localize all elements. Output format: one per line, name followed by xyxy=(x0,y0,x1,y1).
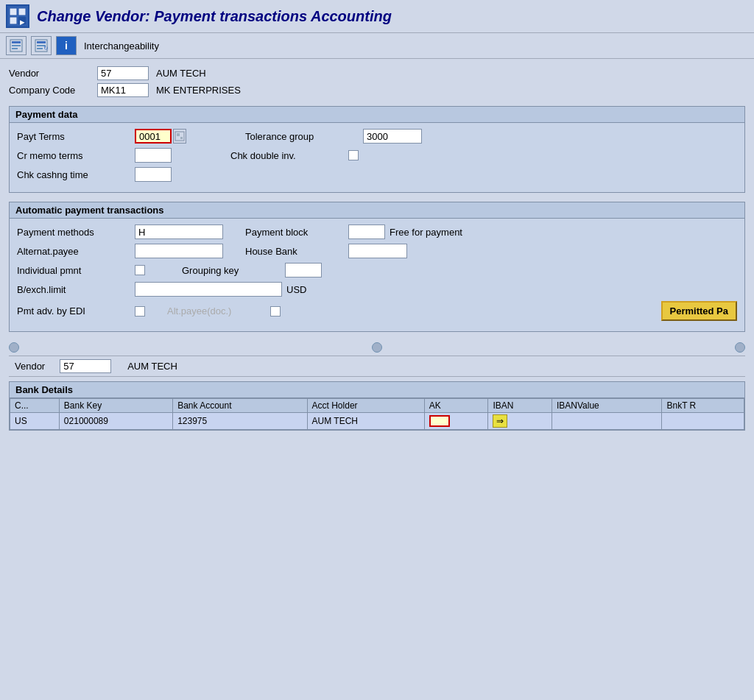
payment-data-body: Payt Terms Tolerance group Cr xyxy=(10,123,744,192)
payment-block-label: Payment block xyxy=(245,227,348,238)
company-name: MK ENTERPRISES xyxy=(156,85,241,96)
cell-iban: ⇒ xyxy=(488,413,552,430)
col-country: C... xyxy=(10,399,60,413)
vendor-name: AUM TECH xyxy=(156,68,206,79)
payt-terms-row: Payt Terms Tolerance group xyxy=(17,129,737,144)
house-bank-label: House Bank xyxy=(245,246,348,257)
payment-methods-row: Payment methods Payment block Free for p… xyxy=(17,225,737,239)
tolerance-group-label: Tolerance group xyxy=(245,131,363,142)
bank-details-table: C... Bank Key Bank Account Acct Holder A… xyxy=(10,398,744,430)
cell-bank-account: 123975 xyxy=(173,413,307,430)
company-label: Company Code xyxy=(9,85,97,96)
pmt-adv-checkbox[interactable] xyxy=(135,306,145,317)
svg-rect-1 xyxy=(10,8,17,15)
company-row: Company Code MK11 MK ENTERPRISES xyxy=(9,83,745,97)
house-bank-input[interactable] xyxy=(348,244,407,258)
svg-text:▶: ▶ xyxy=(20,19,25,26)
vendor-label: Vendor xyxy=(9,68,97,79)
main-content: Vendor 57 AUM TECH Company Code MK11 MK … xyxy=(0,59,754,438)
bottom-vendor-value: 57 xyxy=(60,359,111,373)
chk-cashng-input[interactable] xyxy=(135,167,172,182)
col-bank-account: Bank Account xyxy=(173,399,307,413)
title-bar: ▶ Change Vendor: Payment transactions Ac… xyxy=(0,0,754,33)
free-for-payment-text: Free for payment xyxy=(390,227,462,238)
svg-rect-9 xyxy=(12,48,18,49)
chk-cashng-label: Chk cashng time xyxy=(17,169,135,180)
col-bnkt: BnkT R xyxy=(662,399,744,413)
scroll-indicators xyxy=(9,341,745,356)
col-acct-holder: Acct Holder xyxy=(307,399,424,413)
col-iban: IBAN xyxy=(488,399,552,413)
svg-rect-13 xyxy=(37,48,43,49)
svg-rect-3 xyxy=(18,8,26,15)
auto-payment-body: Payment methods Payment block Free for p… xyxy=(10,219,744,331)
individual-pmnt-checkbox[interactable] xyxy=(135,265,145,275)
svg-rect-2 xyxy=(10,17,17,24)
alt-payee-doc-label: Alt.payee(doc.) xyxy=(167,305,270,317)
auto-payment-header: Automatic payment transactions xyxy=(10,202,744,219)
chk-double-checkbox[interactable] xyxy=(348,150,359,160)
toolbar-btn-1[interactable] xyxy=(6,36,27,55)
bank-details-section: Bank Details C... Bank Key Bank Account … xyxy=(9,381,745,431)
grouping-key-label: Grouping key xyxy=(182,265,285,276)
svg-rect-17 xyxy=(180,137,183,139)
toolbar-label: Interchangeability xyxy=(84,40,159,52)
company-value: MK11 xyxy=(97,83,149,97)
cell-country: US xyxy=(10,413,60,430)
payt-terms-lookup-btn[interactable] xyxy=(173,129,186,144)
svg-rect-11 xyxy=(37,41,46,43)
svg-rect-7 xyxy=(12,41,21,43)
chk-double-label: Chk double inv. xyxy=(230,150,348,161)
bank-table-header-row: C... Bank Key Bank Account Acct Holder A… xyxy=(10,399,744,413)
payment-methods-input[interactable] xyxy=(135,225,223,239)
payment-methods-label: Payment methods xyxy=(17,227,135,238)
cell-bnkt xyxy=(662,413,744,430)
cell-acct-holder: AUM TECH xyxy=(307,413,424,430)
svg-rect-8 xyxy=(12,45,21,46)
cr-memo-label: Cr memo terms xyxy=(17,150,135,161)
scroll-dot-left xyxy=(9,342,19,353)
alt-payee-doc-checkbox[interactable] xyxy=(270,306,281,317)
alternat-payee-label: Alternat.payee xyxy=(17,246,135,257)
bexch-limit-row: B/exch.limit USD xyxy=(17,282,737,297)
page-title: Change Vendor: Payment transactions Acco… xyxy=(37,8,392,25)
tolerance-group-input[interactable] xyxy=(363,129,422,144)
bank-details-header: Bank Details xyxy=(10,382,744,398)
scroll-dot-right xyxy=(735,342,745,353)
col-iban-value: IBANValue xyxy=(552,399,662,413)
toolbar: ↻ i Interchangeability xyxy=(0,33,754,59)
toolbar-btn-2[interactable]: ↻ xyxy=(31,36,52,55)
pmt-adv-row: Pmt adv. by EDI Alt.payee(doc.) Permitte… xyxy=(17,301,737,321)
alternat-payee-input[interactable] xyxy=(135,244,223,258)
alternat-payee-row: Alternat.payee House Bank xyxy=(17,244,737,258)
individual-pmnt-row: Individual pmnt Grouping key xyxy=(17,263,737,277)
bexch-limit-label: B/exch.limit xyxy=(17,284,135,295)
cell-iban-value xyxy=(552,413,662,430)
cr-memo-input[interactable] xyxy=(135,148,172,163)
col-ak: AK xyxy=(424,399,488,413)
cell-bank-key: 021000089 xyxy=(59,413,172,430)
payt-terms-input[interactable] xyxy=(135,129,172,144)
payt-terms-label: Payt Terms xyxy=(17,131,135,142)
table-row[interactable]: US 021000089 123975 AUM TECH ⇒ xyxy=(10,413,744,430)
svg-text:↻: ↻ xyxy=(43,45,49,52)
toolbar-btn-info[interactable]: i xyxy=(56,36,77,55)
bexch-limit-input[interactable] xyxy=(135,282,282,297)
cell-ak xyxy=(424,413,488,430)
chk-cashng-row: Chk cashng time xyxy=(17,167,737,182)
bottom-vendor-name: AUM TECH xyxy=(127,361,177,372)
bottom-vendor-label: Vendor xyxy=(15,361,45,372)
ak-input[interactable] xyxy=(429,415,450,427)
vendor-info-section: Vendor 57 AUM TECH Company Code MK11 MK … xyxy=(9,66,745,97)
payment-data-section: Payment data Payt Terms Tolerance group xyxy=(9,106,745,193)
payment-block-input[interactable] xyxy=(348,225,385,239)
grouping-key-input[interactable] xyxy=(285,263,322,277)
auto-payment-section: Automatic payment transactions Payment m… xyxy=(9,202,745,332)
iban-arrow-button[interactable]: ⇒ xyxy=(493,414,507,428)
bottom-vendor-row: Vendor 57 AUM TECH xyxy=(9,356,745,377)
permitted-payees-button[interactable]: Permitted Pa xyxy=(661,301,737,321)
vendor-row: Vendor 57 AUM TECH xyxy=(9,66,745,80)
scroll-dot-center xyxy=(372,342,382,353)
payment-data-header: Payment data xyxy=(10,107,744,123)
cr-memo-row: Cr memo terms Chk double inv. xyxy=(17,148,737,163)
